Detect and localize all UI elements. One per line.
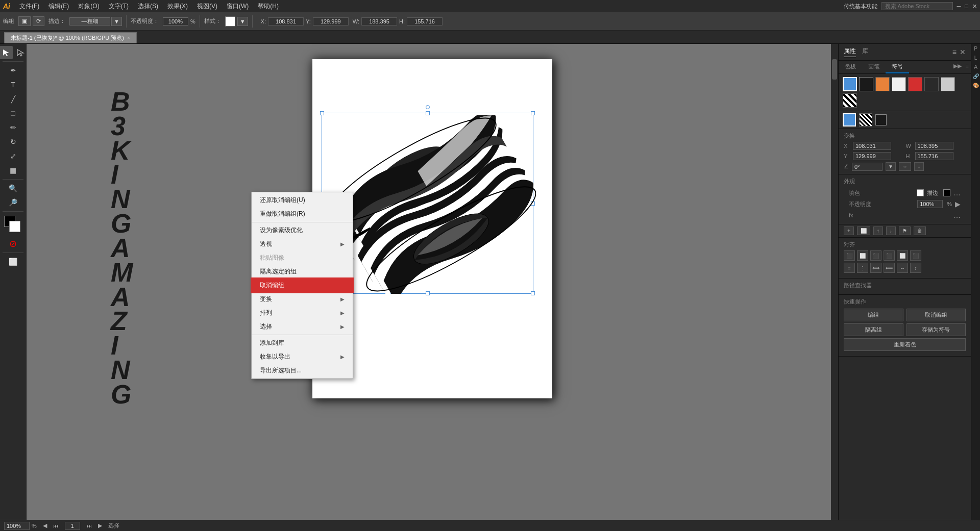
stock-search-input[interactable] bbox=[881, 2, 953, 10]
menu-help[interactable]: 帮助(H) bbox=[254, 1, 283, 12]
swatch-blue[interactable] bbox=[843, 77, 857, 91]
ctx-collect-export[interactable]: 收集以导出 ▶ bbox=[252, 350, 353, 364]
zoom-input[interactable] bbox=[4, 522, 30, 530]
tab-brushes[interactable]: 画笔 bbox=[862, 61, 886, 73]
type-tool[interactable]: T bbox=[7, 78, 20, 91]
swatch-light[interactable] bbox=[892, 77, 906, 91]
flip-v-btn[interactable]: ↕ bbox=[914, 162, 924, 171]
dist-h2-btn[interactable]: ⟺ bbox=[870, 263, 881, 273]
strip-links-icon[interactable]: 🔗 bbox=[972, 73, 979, 81]
menu-effect[interactable]: 效果(X) bbox=[163, 1, 192, 12]
qa-save-symbol-btn[interactable]: 存储为符号 bbox=[906, 323, 966, 336]
ctx-transform[interactable]: 变换 ▶ bbox=[252, 292, 353, 306]
secondary-swatch[interactable] bbox=[875, 114, 887, 125]
menu-type[interactable]: 文字(T) bbox=[105, 1, 133, 12]
dupe-panel-btn[interactable]: ⬜ bbox=[857, 226, 870, 235]
artboard-tool[interactable]: ⬜ bbox=[7, 255, 20, 268]
tab-close-btn[interactable]: × bbox=[127, 35, 130, 41]
ctx-select[interactable]: 选择 ▶ bbox=[252, 320, 353, 334]
tab-library[interactable]: 库 bbox=[862, 47, 868, 57]
angle-input[interactable] bbox=[852, 163, 883, 171]
handle-tl[interactable] bbox=[320, 111, 324, 115]
select-tool-btn[interactable]: ▣ bbox=[18, 16, 31, 26]
minimize-icon[interactable]: ─ bbox=[957, 3, 961, 9]
stroke-options-btn[interactable]: ▼ bbox=[111, 17, 122, 26]
ctx-paste-image[interactable]: 粘贴图像 bbox=[252, 251, 353, 265]
eyedropper-tool[interactable]: 🔍 bbox=[7, 182, 20, 195]
move-down-panel-btn[interactable]: ↓ bbox=[886, 226, 896, 235]
swatch-pattern[interactable] bbox=[843, 93, 857, 108]
swatch-orange[interactable] bbox=[875, 77, 890, 91]
align-center-h-btn[interactable]: ⬜ bbox=[857, 250, 868, 261]
x-coord-input[interactable] bbox=[268, 17, 304, 26]
dist-v-btn[interactable]: ⋮ bbox=[857, 263, 868, 273]
opacity-input[interactable] bbox=[163, 17, 188, 26]
align-left-btn[interactable]: ⬛ bbox=[844, 250, 855, 261]
stroke-width-input[interactable] bbox=[69, 17, 110, 26]
qa-group-btn[interactable]: 编组 bbox=[844, 309, 903, 321]
ctx-redo-ungroup[interactable]: 重做取消编组(R) bbox=[252, 207, 353, 221]
tab-symbols[interactable]: 符号 bbox=[886, 61, 909, 73]
align-right-btn[interactable]: ⬛ bbox=[870, 250, 881, 261]
menu-view[interactable]: 视图(V) bbox=[193, 1, 222, 12]
page-last-btn[interactable]: ⏭ bbox=[86, 523, 92, 529]
close-icon[interactable]: ✕ bbox=[972, 3, 977, 10]
strip-layers-icon[interactable]: L bbox=[972, 55, 979, 62]
ctx-perspective[interactable]: 透视 ▶ bbox=[252, 237, 353, 251]
direct-select-tool[interactable] bbox=[14, 46, 27, 59]
strip-properties-icon[interactable]: P bbox=[972, 46, 979, 53]
dist-h3-btn[interactable]: ↔ bbox=[897, 263, 908, 273]
x-input-panel[interactable] bbox=[853, 142, 891, 150]
qa-isolate-btn[interactable]: 隔离组 bbox=[844, 323, 903, 336]
appearance-menu-btn[interactable]: … bbox=[953, 189, 961, 197]
y-coord-input[interactable] bbox=[313, 17, 349, 26]
ctx-ungroup[interactable]: 取消编组 bbox=[252, 279, 353, 292]
zoom-control[interactable]: % bbox=[4, 522, 37, 530]
fx-expand-btn[interactable]: … bbox=[953, 211, 961, 219]
tab-swatches[interactable]: 色板 bbox=[839, 61, 862, 73]
menu-edit[interactable]: 编辑(E) bbox=[44, 1, 73, 12]
opacity-input-panel[interactable] bbox=[917, 200, 943, 208]
panel-menu-icon[interactable]: ≡ bbox=[952, 48, 957, 56]
doc-tab[interactable]: 未标题-1 (已恢复)* @ 100% (RGB/GPU 预览) × bbox=[4, 32, 137, 43]
add-panel-btn[interactable]: + bbox=[844, 226, 854, 235]
canvas-area[interactable]: B 3 K I N G A M A Z I N G bbox=[27, 44, 838, 531]
delete-panel-btn[interactable]: 🗑 bbox=[914, 226, 926, 235]
rotate-tool[interactable]: ↻ bbox=[7, 135, 20, 148]
vertical-scrollbar[interactable] bbox=[831, 44, 838, 520]
stroke-color-box[interactable] bbox=[9, 221, 20, 232]
flip-h-btn[interactable]: ↔ bbox=[899, 162, 911, 171]
menu-window[interactable]: 窗口(W) bbox=[223, 1, 253, 12]
page-prev-btn[interactable]: ◀ bbox=[43, 522, 47, 529]
transform-btn[interactable]: ⟳ bbox=[33, 16, 44, 26]
swatch-red[interactable] bbox=[908, 77, 922, 91]
fill-color-indicator[interactable] bbox=[917, 189, 924, 196]
width-input[interactable] bbox=[361, 17, 397, 26]
opacity-expand-btn[interactable]: ▶ bbox=[955, 200, 961, 208]
page-number-input[interactable] bbox=[65, 522, 80, 530]
rotate-handle[interactable] bbox=[426, 105, 430, 109]
select-tool[interactable] bbox=[0, 46, 13, 59]
align-bottom-btn[interactable]: ⬛ bbox=[910, 250, 921, 261]
stroke-color-indicator[interactable] bbox=[943, 189, 950, 196]
dist-h-btn[interactable]: ≡ bbox=[844, 263, 855, 273]
page-first-btn[interactable]: ⏮ bbox=[53, 523, 59, 529]
ctx-isolate-group[interactable]: 隔离选定的组 bbox=[252, 265, 353, 279]
brush-tool[interactable]: ✏ bbox=[7, 121, 20, 134]
flag-panel-btn[interactable]: ⚑ bbox=[899, 226, 911, 235]
rect-tool[interactable]: □ bbox=[7, 107, 20, 120]
swatch-dark[interactable] bbox=[859, 77, 873, 91]
h-input-panel[interactable] bbox=[915, 152, 953, 160]
strip-artboards-icon[interactable]: A bbox=[972, 64, 979, 71]
ctx-add-to-library[interactable]: 添加到库 bbox=[252, 336, 353, 350]
align-center-v-btn[interactable]: ⬜ bbox=[897, 250, 908, 261]
style-options-btn[interactable]: ▼ bbox=[237, 17, 248, 26]
menu-select[interactable]: 选择(S) bbox=[134, 1, 162, 12]
ctx-arrange[interactable]: 排列 ▶ bbox=[252, 306, 353, 320]
menu-file[interactable]: 文件(F) bbox=[15, 1, 43, 12]
align-top-btn[interactable]: ⬛ bbox=[884, 250, 895, 261]
ctx-undo-ungroup[interactable]: 还原取消编组(U) bbox=[252, 193, 353, 207]
main-swatch-blue[interactable] bbox=[843, 113, 856, 127]
angle-dropdown-btn[interactable]: ▼ bbox=[886, 162, 896, 171]
none-color[interactable]: ⊘ bbox=[7, 237, 20, 250]
